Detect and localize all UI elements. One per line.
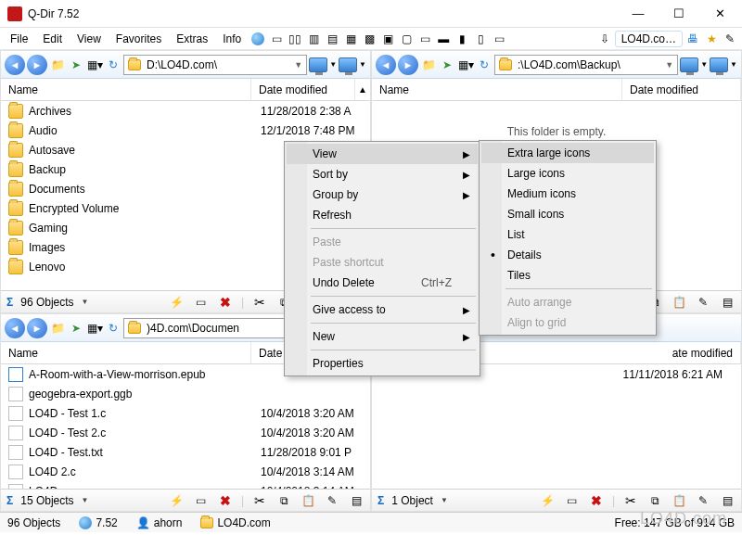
layout2-icon[interactable]: ▯▯	[287, 31, 303, 47]
monitor-icon[interactable]	[710, 57, 728, 72]
paste-icon[interactable]: 📋	[300, 492, 316, 509]
forward-button[interactable]: ►	[398, 55, 418, 75]
delete-icon[interactable]: ✖	[588, 492, 605, 509]
chevron-down-icon[interactable]: ▼	[665, 60, 673, 70]
refresh-icon[interactable]: ↻	[476, 57, 493, 73]
layout11-icon[interactable]: ▮	[454, 31, 470, 47]
col-name[interactable]: Name	[1, 342, 251, 363]
up-icon[interactable]: 📁	[49, 57, 66, 73]
up-icon[interactable]: 📁	[49, 320, 66, 337]
layout13-icon[interactable]: ▭	[491, 31, 507, 47]
list-item[interactable]: LO4D - Test 1.c10/4/2018 3:20 AM	[1, 403, 370, 423]
ctx-group[interactable]: Group by▶	[287, 185, 478, 205]
ctx-refresh[interactable]: Refresh	[287, 205, 478, 225]
view-details[interactable]: •Details	[481, 245, 654, 265]
wand-icon[interactable]: ✎	[722, 31, 738, 47]
maximize-button[interactable]: ☐	[659, 1, 699, 27]
chevron-down-icon[interactable]: ▼	[359, 60, 366, 69]
view-lg[interactable]: Large icons	[481, 163, 654, 184]
bolt-icon[interactable]: ⚡	[169, 294, 186, 311]
list-item[interactable]: LO4D.c10/4/2018 3:14 AM	[1, 481, 370, 489]
paste-icon[interactable]: 📋	[671, 294, 687, 311]
ctx-sort[interactable]: Sort by▶	[287, 164, 478, 185]
back-button[interactable]: ◄	[5, 318, 25, 338]
layout10-icon[interactable]: ▬	[435, 31, 452, 47]
layout7-icon[interactable]: ▣	[379, 31, 396, 47]
window-icon[interactable]: ▭	[193, 492, 210, 509]
layout9-icon[interactable]: ▭	[416, 31, 433, 47]
globe-icon[interactable]	[249, 31, 266, 47]
address-tab[interactable]: LO4D.co…	[615, 31, 683, 47]
list-item[interactable]: LO4D - Test.txt11/28/2018 9:01 P	[1, 442, 370, 462]
chevron-down-icon[interactable]: ▼	[82, 298, 89, 306]
view-list[interactable]: List	[481, 224, 654, 245]
window-icon[interactable]: ▭	[193, 294, 210, 311]
list-item[interactable]: Archives11/28/2018 2:38 A	[1, 101, 370, 121]
col-name[interactable]: Name	[372, 79, 622, 100]
delete-icon[interactable]: ✖	[217, 294, 234, 311]
bolt-icon[interactable]: ⚡	[169, 492, 186, 509]
close-button[interactable]: ✕	[699, 1, 740, 27]
tree-icon[interactable]: ➤	[68, 57, 84, 73]
chevron-down-icon[interactable]: ▼	[82, 496, 89, 504]
printer-icon[interactable]: 🖶	[684, 31, 701, 47]
refresh-icon[interactable]: ↻	[105, 57, 122, 73]
view-icon[interactable]: ▦▾	[86, 320, 103, 337]
view-xl[interactable]: Extra large icons	[481, 143, 654, 163]
tree-icon[interactable]: ➤	[439, 57, 455, 73]
layout5-icon[interactable]: ▦	[342, 31, 359, 47]
back-button[interactable]: ◄	[5, 55, 25, 75]
view-icon[interactable]: ▦▾	[86, 57, 103, 73]
menu-extras[interactable]: Extras	[170, 31, 214, 47]
menu-info[interactable]: Info	[216, 31, 248, 47]
back-button[interactable]: ◄	[376, 55, 396, 75]
menu-file[interactable]: File	[4, 31, 34, 47]
col-date[interactable]: Date modified	[251, 79, 355, 100]
view-icon[interactable]: ▦▾	[457, 57, 474, 73]
chevron-down-icon[interactable]: ▼	[294, 60, 302, 70]
cut-icon[interactable]: ✂	[251, 294, 268, 311]
tree-icon[interactable]: ➤	[68, 320, 84, 337]
copy-icon[interactable]: ⧉	[275, 492, 292, 509]
file-list-bl[interactable]: A-Room-with-a-View-morrison.epubgeogebra…	[1, 364, 370, 489]
layout1-icon[interactable]: ▭	[268, 31, 285, 47]
chevron-down-icon[interactable]: ▼	[700, 60, 708, 69]
forward-button[interactable]: ►	[27, 318, 47, 338]
chevron-down-icon[interactable]: ▼	[329, 60, 337, 69]
chevron-down-icon[interactable]: ▼	[441, 496, 448, 504]
edit-icon[interactable]: ✎	[324, 492, 340, 509]
list-item[interactable]: LO4D 2.c10/4/2018 3:14 AM	[1, 462, 370, 481]
install-icon[interactable]: ⇩	[596, 31, 613, 47]
file-list-br[interactable]: 11/11/2018 6:21 AM	[372, 364, 741, 489]
up-icon[interactable]: 📁	[420, 57, 437, 73]
menu-edit[interactable]: Edit	[36, 31, 69, 47]
props-icon[interactable]: ▤	[719, 492, 736, 509]
monitor-icon[interactable]	[680, 57, 698, 72]
layout8-icon[interactable]: ▢	[398, 31, 415, 47]
layout6-icon[interactable]: ▩	[361, 31, 377, 47]
refresh-icon[interactable]: ↻	[105, 320, 122, 337]
layout12-icon[interactable]: ▯	[472, 31, 489, 47]
address-bar-tl[interactable]: D:\LO4D.com\ ▼	[123, 55, 307, 75]
list-item[interactable]: LO4D - Test 2.c10/4/2018 3:20 AM	[1, 423, 370, 442]
ctx-new[interactable]: New▶	[287, 326, 478, 347]
forward-button[interactable]: ►	[27, 55, 47, 75]
list-item[interactable]: geogebra-export.ggb	[1, 384, 370, 403]
view-sm[interactable]: Small icons	[481, 204, 654, 224]
scroll-up-icon[interactable]: ▲	[355, 84, 370, 95]
minimize-button[interactable]: —	[618, 1, 659, 27]
props-icon[interactable]: ▤	[348, 492, 365, 509]
paste-icon[interactable]: 📋	[671, 492, 687, 509]
cut-icon[interactable]: ✂	[622, 492, 639, 509]
address-bar-tr[interactable]: :\LO4D.com\Backup\ ▼	[494, 55, 678, 75]
menu-view[interactable]: View	[70, 31, 108, 47]
ctx-view[interactable]: View▶	[287, 144, 478, 164]
layout4-icon[interactable]: ▤	[324, 31, 340, 47]
window-icon[interactable]: ▭	[564, 492, 581, 509]
menu-favorites[interactable]: Favorites	[109, 31, 168, 47]
bolt-icon[interactable]: ⚡	[540, 492, 556, 509]
col-name[interactable]: Name	[1, 79, 251, 100]
ctx-properties[interactable]: Properties	[287, 353, 478, 374]
ctx-undo[interactable]: Undo DeleteCtrl+Z	[287, 273, 478, 293]
col-date[interactable]: Date modified	[622, 79, 741, 100]
